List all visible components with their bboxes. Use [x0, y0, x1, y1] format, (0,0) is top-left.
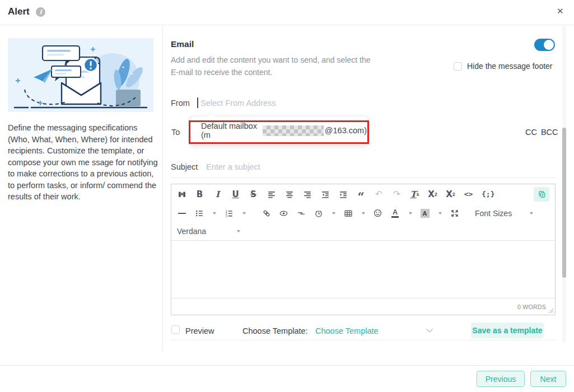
outdent-icon[interactable]	[320, 188, 330, 201]
choose-template-label: Choose Template:	[242, 326, 308, 335]
divider	[171, 340, 556, 340]
clear-formatting-icon[interactable]: Tx	[410, 188, 419, 201]
table-caret-icon[interactable]	[362, 212, 365, 214]
dropdown-notch-icon	[207, 112, 216, 121]
align-right-icon[interactable]	[302, 188, 312, 201]
email-section-description: Add and edit the content you want to sen…	[171, 54, 371, 78]
close-icon[interactable]: ✕	[557, 6, 564, 16]
subject-label: Subject	[171, 162, 198, 171]
page-break-icon[interactable]	[296, 207, 306, 220]
hide-footer-label: Hide the message footer	[467, 62, 553, 71]
preview-eye-icon[interactable]	[279, 207, 288, 220]
search-replace-icon[interactable]	[177, 188, 186, 201]
font-sizes-caret-icon[interactable]	[530, 212, 533, 214]
email-illustration	[8, 38, 153, 112]
modal-header: Alert i ✕	[0, 0, 574, 25]
next-button[interactable]: Next	[530, 371, 566, 387]
from-input[interactable]: Select From Address	[200, 99, 276, 108]
insert-link-icon[interactable]	[262, 207, 271, 220]
numbered-list-caret-icon[interactable]	[242, 212, 246, 214]
paper-plane	[34, 69, 53, 83]
toolbar-row-1: B I U S “ ↶ ↷ Tx	[171, 184, 555, 204]
toolbar-row-3: Verdana	[171, 222, 555, 241]
font-family-dropdown[interactable]: Verdana	[177, 227, 206, 236]
align-center-icon[interactable]	[284, 188, 294, 201]
footer-divider	[0, 365, 574, 366]
background-color-icon[interactable]: A	[420, 207, 430, 220]
redo-icon[interactable]: ↷	[392, 188, 402, 201]
subscript-icon[interactable]: X2	[428, 188, 437, 201]
redacted-email-blur	[263, 125, 324, 136]
superscript-icon[interactable]: X2	[446, 188, 455, 201]
to-value-prefix: Default mailbox (m	[201, 122, 262, 139]
to-label: To	[171, 128, 180, 137]
word-count: 0 WORDS	[517, 304, 546, 310]
toolbar-row-2: 123 A	[171, 204, 555, 222]
align-left-icon[interactable]	[267, 188, 276, 201]
email-toggle[interactable]	[534, 39, 555, 51]
save-as-template-button[interactable]: Save as a template	[471, 323, 544, 338]
fullscreen-icon[interactable]	[450, 207, 459, 220]
cc-link[interactable]: CC	[525, 128, 537, 137]
background-color-caret-icon[interactable]	[438, 212, 442, 214]
underline-icon[interactable]: U	[231, 188, 240, 201]
preview-label: Preview	[185, 326, 214, 335]
bold-icon[interactable]: B	[195, 188, 204, 201]
copy-plus-icon	[537, 190, 546, 199]
from-label: From	[171, 99, 190, 108]
bcc-link[interactable]: BCC	[541, 128, 558, 137]
strikethrough-icon[interactable]: S	[249, 188, 258, 201]
svg-text:3: 3	[225, 214, 227, 218]
text-color-icon[interactable]: A	[390, 207, 400, 220]
emoticons-icon[interactable]	[373, 207, 382, 220]
font-family-caret-icon[interactable]	[237, 230, 240, 232]
page-title: Alert	[8, 6, 30, 17]
code-icon[interactable]: <>	[464, 188, 473, 201]
code-sample-icon[interactable]: {;}	[482, 188, 494, 201]
rich-text-editor: B I U S “ ↶ ↷ Tx	[171, 184, 556, 315]
insert-datetime-icon[interactable]	[314, 207, 323, 220]
preview-checkbox[interactable]	[171, 325, 180, 334]
to-address-dropdown[interactable]: Default mailbox (m@163.com)	[190, 116, 367, 145]
chevron-down-icon[interactable]	[426, 328, 433, 333]
editor-status-bar: 0 WORDS	[171, 298, 555, 315]
table-icon[interactable]	[343, 207, 353, 220]
previous-button[interactable]: Previous	[477, 371, 525, 387]
info-icon[interactable]: i	[36, 7, 45, 17]
divider	[171, 178, 556, 178]
alert-modal: Alert i ✕	[0, 0, 574, 392]
hide-footer-checkbox[interactable]	[454, 62, 462, 71]
subject-input[interactable]: Enter a subject	[206, 162, 260, 171]
resize-grip-icon[interactable]	[548, 308, 554, 314]
blockquote-icon[interactable]: “	[356, 190, 366, 203]
font-sizes-dropdown[interactable]: Font Sizes	[475, 209, 512, 218]
numbered-list-icon[interactable]: 123	[224, 207, 234, 220]
text-cursor	[197, 97, 198, 108]
alert-badge	[84, 58, 97, 72]
to-value-suffix: @163.com)	[325, 126, 367, 135]
editor-content-area[interactable]	[171, 241, 555, 298]
text-color-caret-icon[interactable]	[409, 212, 412, 214]
restore-content-button[interactable]	[534, 187, 549, 202]
email-section-title: Email	[171, 39, 194, 49]
undo-icon[interactable]: ↶	[374, 188, 384, 201]
sidebar-description: Define the messaging specifications (Who…	[8, 122, 160, 203]
sidebar-divider	[162, 26, 163, 351]
scrollbar-thumb[interactable]	[562, 128, 566, 278]
insert-datetime-caret-icon[interactable]	[332, 212, 335, 214]
toggle-knob	[544, 40, 554, 50]
italic-icon[interactable]: I	[213, 188, 222, 201]
indent-icon[interactable]	[338, 188, 348, 201]
choose-template-dropdown[interactable]: Choose Template	[315, 326, 379, 335]
bullet-list-icon[interactable]	[194, 207, 204, 220]
horizontal-rule-icon[interactable]	[177, 207, 186, 220]
bullet-list-caret-icon[interactable]	[213, 212, 216, 214]
